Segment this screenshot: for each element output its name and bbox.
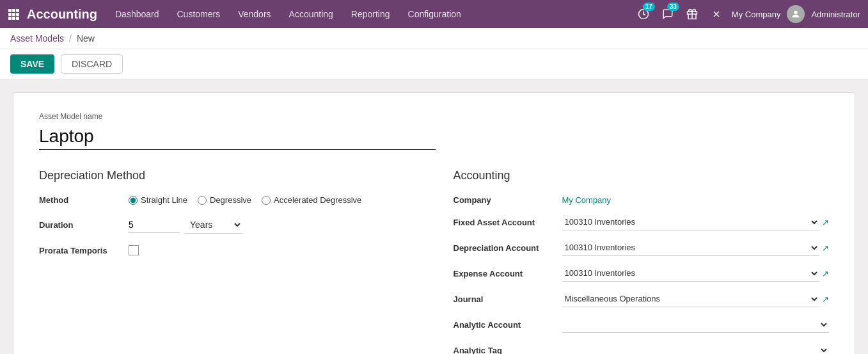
messages-badge: 33 — [667, 3, 679, 11]
menu-dashboard[interactable]: Dashboard — [113, 8, 162, 20]
method-degressive[interactable]: Degressive — [198, 195, 251, 205]
app-brand: Accounting — [27, 7, 97, 22]
menu-accounting[interactable]: Accounting — [287, 8, 336, 20]
grid-menu-icon[interactable] — [8, 8, 19, 20]
method-accelerated-label: Accelerated Degressive — [274, 195, 361, 205]
duration-number-input[interactable] — [129, 217, 180, 233]
duration-row: Duration Years Months — [39, 216, 415, 234]
depreciation-account-value: 100310 Inventories ↗ — [562, 239, 830, 256]
menu-vendors[interactable]: Vendors — [235, 8, 273, 20]
asset-model-name-input[interactable] — [39, 124, 436, 150]
journal-label: Journal — [454, 294, 556, 304]
method-degressive-label: Degressive — [210, 195, 251, 205]
breadcrumb-parent[interactable]: Asset Models — [10, 33, 64, 44]
prorata-row: Prorata Temporis — [39, 245, 415, 255]
prorata-checkbox[interactable] — [129, 245, 139, 255]
fixed-asset-ext-link-icon[interactable]: ↗ — [822, 218, 829, 227]
analytic-account-row: Analytic Account — [454, 316, 830, 333]
fixed-asset-select[interactable]: 100310 Inventories — [562, 214, 820, 230]
analytic-account-value — [562, 316, 830, 333]
menu-customers[interactable]: Customers — [175, 8, 223, 20]
analytic-tag-select[interactable] — [562, 342, 830, 354]
journal-row: Journal Miscellaneous Operations ↗ — [454, 291, 830, 307]
top-navigation: Accounting Dashboard Customers Vendors A… — [0, 0, 868, 28]
form-card: Asset Model name Depreciation Method Met… — [13, 92, 855, 354]
svg-point-14 — [794, 11, 798, 14]
company-value: My Company — [562, 195, 830, 205]
method-straight-line-label: Straight Line — [141, 195, 187, 205]
expense-account-value: 100310 Inventories ↗ — [562, 265, 830, 282]
depreciation-account-ext-link-icon[interactable]: ↗ — [822, 243, 829, 253]
breadcrumb-current: New — [77, 33, 95, 44]
accounting-section: Accounting Company My Company Fixed Asse… — [454, 169, 830, 354]
svg-rect-3 — [8, 13, 12, 16]
svg-rect-5 — [16, 13, 19, 16]
duration-inputs: Years Months — [129, 216, 415, 234]
asset-model-name-label: Asset Model name — [39, 112, 829, 121]
messages-icon-btn[interactable]: 33 — [659, 5, 677, 23]
close-icon-btn[interactable] — [707, 5, 725, 23]
top-right-actions: 17 33 My Company — [635, 5, 860, 23]
prorata-value — [129, 245, 415, 255]
duration-label: Duration — [39, 220, 122, 230]
form-sections: Depreciation Method Method Straight Line… — [39, 169, 829, 354]
main-content: Asset Model name Depreciation Method Met… — [0, 79, 868, 354]
expense-account-ext-link-icon[interactable]: ↗ — [822, 269, 829, 278]
breadcrumb: Asset Models / New — [0, 28, 868, 49]
expense-account-row: Expense Account 100310 Inventories ↗ — [454, 265, 830, 282]
gift-icon-btn[interactable] — [683, 5, 701, 23]
company-selector[interactable]: My Company — [732, 10, 781, 19]
svg-rect-1 — [12, 9, 15, 12]
activity-icon-btn[interactable]: 17 — [635, 5, 652, 23]
company-row: Company My Company — [454, 195, 830, 205]
expense-account-select[interactable]: 100310 Inventories — [562, 265, 820, 282]
user-avatar[interactable] — [787, 5, 805, 23]
svg-rect-2 — [16, 9, 19, 12]
analytic-account-label: Analytic Account — [454, 320, 556, 330]
svg-rect-6 — [8, 17, 12, 20]
menu-configuration[interactable]: Configuration — [406, 8, 464, 20]
prorata-label: Prorata Temporis — [39, 246, 122, 255]
user-name[interactable]: Administrator — [811, 10, 860, 19]
method-options: Straight Line Degressive Accelerated Deg… — [129, 195, 415, 205]
journal-select[interactable]: Miscellaneous Operations — [562, 291, 820, 307]
analytic-account-select[interactable] — [562, 316, 830, 333]
depreciation-section-title: Depreciation Method — [39, 169, 415, 182]
top-menu: Dashboard Customers Vendors Accounting R… — [113, 8, 635, 20]
depreciation-account-select[interactable]: 100310 Inventories — [562, 239, 820, 256]
discard-button[interactable]: DISCARD — [61, 54, 123, 74]
company-name: My Company — [732, 10, 781, 19]
method-straight-line[interactable]: Straight Line — [129, 195, 187, 205]
fixed-asset-value: 100310 Inventories ↗ — [562, 214, 830, 230]
fixed-asset-label: Fixed Asset Account — [454, 218, 556, 227]
action-bar: SAVE DISCARD — [0, 49, 868, 79]
analytic-tag-row: Analytic Tag — [454, 342, 830, 354]
duration-unit-select[interactable]: Years Months — [185, 216, 242, 234]
method-label: Method — [39, 195, 122, 205]
depreciation-section: Depreciation Method Method Straight Line… — [39, 169, 415, 354]
company-label: Company — [454, 195, 556, 205]
accounting-section-title: Accounting — [454, 169, 830, 182]
activity-badge: 17 — [643, 3, 655, 11]
company-link[interactable]: My Company — [562, 195, 612, 205]
journal-value: Miscellaneous Operations ↗ — [562, 291, 830, 307]
method-accelerated-degressive[interactable]: Accelerated Degressive — [262, 195, 361, 205]
depreciation-account-row: Depreciation Account 100310 Inventories … — [454, 239, 830, 256]
menu-reporting[interactable]: Reporting — [349, 8, 393, 20]
asset-model-name-section: Asset Model name — [39, 112, 829, 150]
svg-rect-7 — [12, 17, 15, 20]
analytic-tag-label: Analytic Tag — [454, 346, 556, 355]
save-button[interactable]: SAVE — [10, 54, 54, 74]
analytic-tag-value — [562, 342, 830, 354]
depreciation-account-label: Depreciation Account — [454, 243, 556, 253]
svg-rect-8 — [16, 17, 19, 20]
svg-rect-4 — [12, 13, 15, 16]
method-row: Method Straight Line Degressive Accel — [39, 195, 415, 205]
breadcrumb-separator: / — [69, 33, 72, 44]
expense-account-label: Expense Account — [454, 269, 556, 278]
fixed-asset-row: Fixed Asset Account 100310 Inventories ↗ — [454, 214, 830, 230]
journal-ext-link-icon[interactable]: ↗ — [822, 294, 829, 304]
svg-rect-0 — [8, 9, 12, 12]
